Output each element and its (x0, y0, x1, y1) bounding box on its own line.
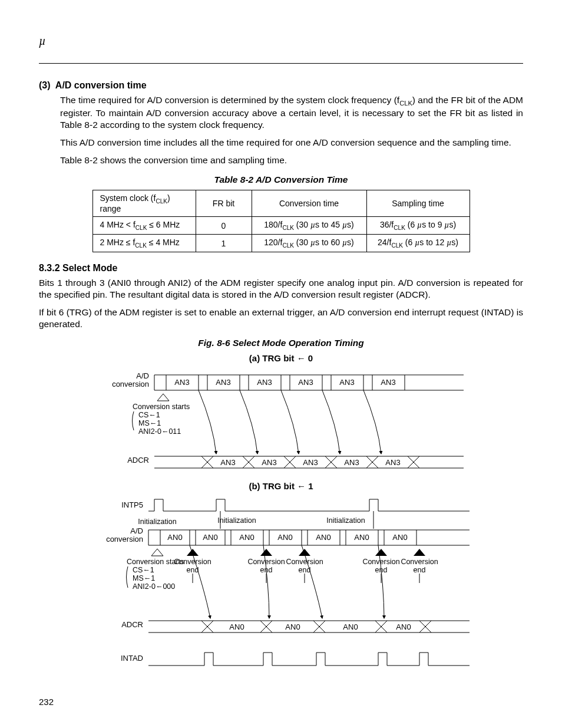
th-sysclock: System clock (fCLK) range (92, 190, 196, 217)
section-3-num: (3) (39, 80, 51, 90)
section-3-heading: (3) A/D conversion time (39, 80, 523, 91)
section-832-p1: Bits 1 through 3 (ANI0 through ANI2) of … (39, 277, 523, 301)
svg-text:AN3: AN3 (262, 458, 276, 467)
svg-text:CS←1: CS←1 (138, 411, 160, 419)
svg-text:AN0: AN0 (316, 533, 330, 542)
svg-text:AN0: AN0 (277, 533, 292, 542)
ad-label2: conversion (112, 380, 149, 388)
conv-starts: Conversion starts (133, 403, 190, 411)
svg-text:AN0: AN0 (396, 622, 411, 631)
table-row: System clock (fCLK) range FR bit Convers… (92, 190, 470, 217)
an3-boxes: AN3 AN3 AN3 AN3 AN3 AN3 (166, 375, 405, 390)
fig-8-6-caption: Fig. 8-6 Select Mode Operation Timing (39, 338, 523, 348)
svg-text:AN0: AN0 (392, 533, 407, 542)
svg-text:Conversion: Conversion (286, 558, 323, 566)
svg-text:ANI2-0←000: ANI2-0←000 (133, 582, 175, 591)
r1c3: 180/fCLK (30 µs to 45 µs) (252, 217, 366, 235)
h1a: System clock (f (100, 193, 156, 203)
adcr-label: ADCR (127, 456, 149, 465)
table-row: 4 MHz < fCLK ≤ 6 MHz 0 180/fCLK (30 µs t… (92, 217, 470, 235)
svg-text:AN3: AN3 (174, 378, 189, 387)
svg-text:end: end (414, 566, 426, 574)
svg-text:AN3: AN3 (303, 458, 318, 467)
svg-text:Initialization: Initialization (138, 518, 176, 526)
fig-8-6-sub-a: (a) TRG bit ← 0 (39, 353, 523, 363)
p1a: The time required for A/D conversion is … (60, 95, 399, 105)
page-number: 232 (39, 697, 54, 707)
svg-text:ADCR: ADCR (121, 620, 143, 629)
r1c2: 0 (196, 217, 252, 235)
svg-text:AN0: AN0 (354, 533, 369, 542)
svg-text:Initialization: Initialization (326, 516, 365, 525)
svg-text:Initialization: Initialization (217, 516, 256, 525)
section-832-p2: If bit 6 (TRG) of the ADM register is se… (39, 307, 523, 330)
section-3-p3: Table 8-2 shows the conversion time and … (60, 154, 523, 166)
svg-text:AN0: AN0 (285, 622, 300, 631)
sub-clk: CLK (399, 100, 412, 107)
section-3-body: The time required for A/D conversion is … (60, 94, 523, 166)
ad-label1: A/D (136, 371, 149, 380)
r2c2: 1 (196, 235, 252, 252)
table-8-2: System clock (fCLK) range FR bit Convers… (92, 190, 470, 252)
svg-text:conversion: conversion (106, 535, 143, 543)
section-3-title: A/D conversion time (55, 80, 147, 90)
page-header-mu: µ (39, 34, 523, 48)
svg-text:A/D: A/D (130, 526, 143, 535)
r2c1: 2 MHz ≤ fCLK ≤ 4 MHz (92, 235, 196, 252)
svg-text:MS←1: MS←1 (133, 574, 155, 582)
svg-text:Conversion: Conversion (362, 558, 399, 566)
section-3-p1: The time required for A/D conversion is … (60, 94, 523, 131)
intp5-label: INTP5 (121, 500, 143, 509)
fig-8-6-sub-b: (b) TRG bit ← 1 (39, 481, 523, 491)
section-832-heading: 8.3.2 Select Mode (39, 263, 523, 274)
r1c4: 36/fCLK (6 µs to 9 µs) (366, 217, 470, 235)
diagram-b: INTP5 Initialization Initialization Init… (92, 495, 470, 677)
svg-text:AN0: AN0 (239, 533, 254, 542)
table-8-2-caption: Table 8-2 A/D Conversion Time (39, 174, 523, 185)
th-convtime: Conversion time (252, 190, 366, 217)
svg-text:CS←1: CS←1 (133, 566, 154, 574)
r2c3: 120/fCLK (30 µs to 60 µs) (252, 235, 366, 252)
h1clk: CLK (156, 197, 167, 204)
svg-text:AN3: AN3 (339, 378, 354, 387)
svg-text:AN0: AN0 (167, 533, 182, 542)
svg-text:AN3: AN3 (257, 378, 272, 387)
th-samptime: Sampling time (366, 190, 470, 217)
svg-text:AN3: AN3 (220, 458, 235, 467)
page: µ (3) A/D conversion time The time requi… (0, 0, 562, 728)
intad-label: INTAD (121, 654, 143, 663)
svg-text:Conversion: Conversion (174, 558, 211, 566)
header-rule (39, 63, 523, 64)
svg-text:AN3: AN3 (216, 378, 230, 387)
svg-text:AN3: AN3 (381, 378, 395, 387)
table-row: 2 MHz ≤ fCLK ≤ 4 MHz 1 120/fCLK (30 µs t… (92, 235, 470, 252)
svg-text:AN0: AN0 (343, 622, 358, 631)
r1c1: 4 MHz < fCLK ≤ 6 MHz (92, 217, 196, 235)
r2c4: 24/fCLK (6 µs to 12 µs) (366, 235, 470, 252)
svg-text:Conversion: Conversion (247, 558, 285, 566)
svg-text:MS←1: MS←1 (138, 419, 161, 427)
svg-text:ANI2-0←011: ANI2-0←011 (138, 427, 181, 436)
th-frbit: FR bit (196, 190, 252, 217)
svg-text:AN3: AN3 (385, 458, 400, 467)
svg-text:AN0: AN0 (203, 533, 217, 542)
section-3-p2: This A/D conversion time includes all th… (60, 137, 523, 149)
svg-text:Conversion: Conversion (401, 558, 438, 566)
svg-text:AN0: AN0 (229, 622, 244, 631)
svg-text:AN3: AN3 (344, 458, 359, 467)
diagram-a: A/D conversion AN3 AN3 AN3 AN3 (98, 367, 464, 473)
svg-text:AN3: AN3 (298, 378, 313, 387)
